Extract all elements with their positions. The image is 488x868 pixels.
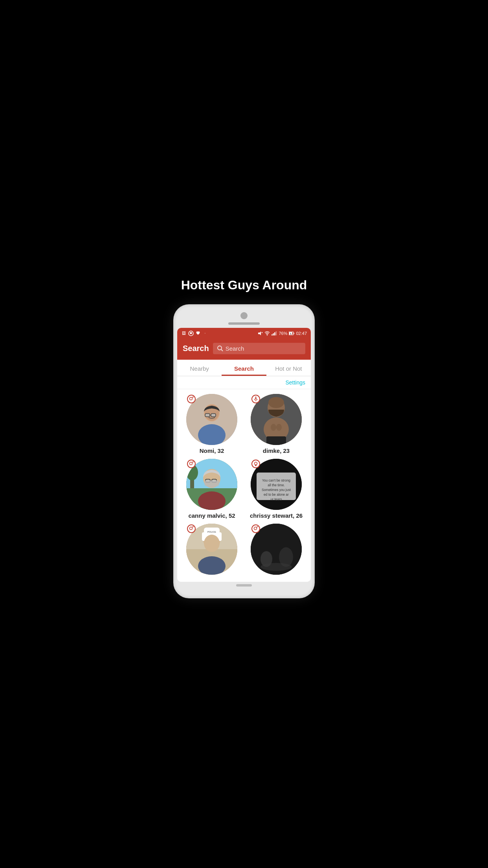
svg-rect-9 — [289, 332, 292, 335]
svg-point-11 — [218, 346, 222, 350]
phone-screen: 🖼 · — [177, 328, 311, 582]
gender-icon-nomi — [187, 395, 196, 403]
gender-icon-canny — [187, 460, 196, 468]
settings-row: Settings — [177, 376, 311, 389]
mute-icon — [257, 331, 263, 336]
page-wrapper: Hottest Guys Around 🖼 · — [163, 270, 325, 598]
user-name-nomi: Nomi, 32 — [200, 447, 224, 454]
heart-icon — [195, 331, 201, 336]
svg-text:all the time.: all the time. — [268, 483, 284, 487]
gender-icon-bottom-left — [187, 524, 196, 533]
user-name-canny: canny malvic, 52 — [188, 512, 235, 519]
user-name-chrissy: chrissy stewart, 26 — [250, 512, 303, 519]
avatar-wrapper-bottom-right — [251, 524, 302, 575]
svg-point-63 — [190, 527, 193, 530]
signal-icon — [272, 331, 277, 336]
battery-percent: 76% — [279, 331, 287, 336]
heart-circle-icon — [188, 331, 194, 336]
wifi-icon — [264, 331, 270, 336]
svg-point-38 — [268, 397, 284, 408]
status-bar: 🖼 · — [177, 328, 311, 339]
svg-text:Sometimes you just: Sometimes you just — [262, 488, 291, 492]
svg-point-84 — [261, 563, 292, 571]
search-icon — [217, 345, 223, 351]
svg-point-76 — [254, 527, 257, 530]
user-card-bottom-right[interactable] — [246, 524, 306, 577]
search-bar[interactable]: Search — [213, 343, 305, 354]
settings-link[interactable]: Settings — [285, 379, 305, 386]
avatar-wrapper-dimke — [251, 394, 302, 445]
tab-hot-or-not[interactable]: Hot or Not — [266, 360, 311, 376]
user-card-dimke[interactable]: dimke, 23 — [246, 394, 306, 454]
svg-point-13 — [190, 397, 193, 400]
svg-rect-6 — [274, 332, 275, 335]
svg-text:ur tears: ur tears — [271, 497, 282, 501]
svg-rect-26 — [205, 414, 210, 417]
svg-rect-36 — [266, 436, 286, 445]
svg-point-34 — [271, 424, 276, 431]
tab-search[interactable]: Search — [222, 360, 266, 376]
svg-rect-7 — [276, 331, 277, 335]
header-title: Search — [183, 344, 209, 353]
status-bar-left: 🖼 · — [181, 331, 208, 336]
phone-frame: 🖼 · — [173, 304, 315, 598]
status-bar-right: 76% 02:47 — [257, 331, 307, 336]
phone-home-button[interactable] — [236, 584, 252, 587]
svg-rect-5 — [273, 333, 274, 335]
tab-nearby[interactable]: Nearby — [177, 360, 222, 376]
search-input-placeholder: Search — [226, 345, 244, 352]
avatar-wrapper-canny — [186, 459, 237, 510]
phone-camera — [240, 312, 248, 319]
user-name-dimke: dimke, 23 — [263, 447, 290, 454]
svg-rect-27 — [211, 414, 216, 417]
svg-text:ed to be alone ar: ed to be alone ar — [264, 493, 289, 497]
user-card-canny[interactable]: canny malvic, 52 — [182, 459, 242, 519]
svg-text:POLICE: POLICE — [207, 531, 216, 533]
user-card-bottom-left[interactable]: POLICE — [182, 524, 242, 577]
svg-rect-4 — [272, 334, 273, 335]
svg-point-39 — [190, 462, 193, 465]
svg-point-35 — [276, 424, 282, 431]
svg-text:You can't be strong: You can't be strong — [262, 478, 290, 482]
gender-icon-bottom-right — [251, 524, 260, 533]
user-grid: Nomi, 32 — [177, 389, 311, 582]
image-icon: 🖼 — [181, 331, 187, 336]
svg-rect-10 — [294, 333, 294, 334]
tab-bar: Nearby Search Hot or Not — [177, 360, 311, 376]
gender-icon-chrissy — [251, 460, 260, 468]
status-time: 02:47 — [296, 331, 307, 336]
svg-point-53 — [255, 462, 257, 465]
phone-speaker — [228, 322, 260, 325]
avatar-wrapper-nomi — [186, 394, 237, 445]
svg-point-73 — [204, 535, 220, 552]
user-card-chrissy[interactable]: You can't be strong all the time. Someti… — [246, 459, 306, 519]
app-header: Search Search — [177, 339, 311, 360]
battery-icon — [289, 331, 294, 336]
svg-point-29 — [255, 400, 257, 401]
svg-line-12 — [221, 349, 223, 351]
page-title: Hottest Guys Around — [173, 270, 315, 296]
gender-icon-dimke — [251, 395, 260, 403]
dot-icon: · — [202, 331, 208, 336]
user-card-nomi[interactable]: Nomi, 32 — [182, 394, 242, 454]
avatar-wrapper-bottom-left: POLICE — [186, 524, 237, 575]
avatar-wrapper-chrissy: You can't be strong all the time. Someti… — [251, 459, 302, 510]
svg-point-3 — [267, 335, 268, 336]
